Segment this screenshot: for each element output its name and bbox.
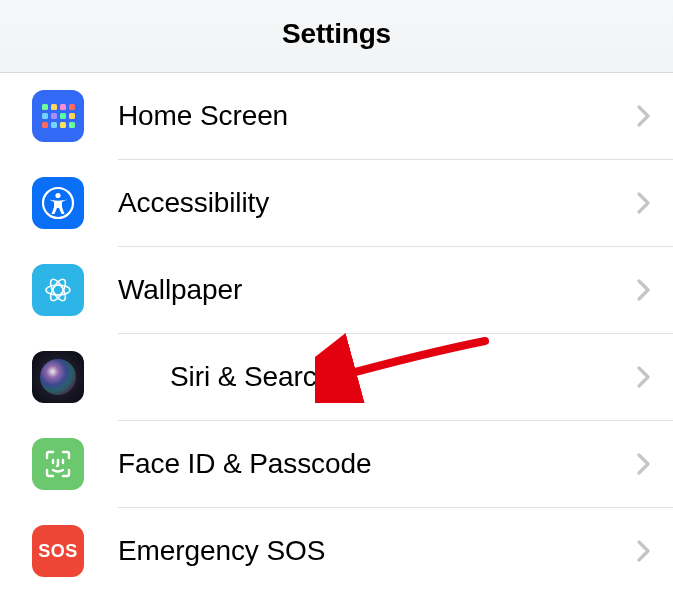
settings-row-faceid-passcode[interactable]: Face ID & Passcode bbox=[118, 421, 673, 508]
accessibility-icon bbox=[32, 177, 84, 229]
row-label: Home Screen bbox=[118, 100, 288, 132]
chevron-right-icon bbox=[637, 279, 651, 301]
settings-row-siri-search[interactable]: Siri & Search bbox=[118, 334, 673, 421]
chevron-right-icon bbox=[637, 192, 651, 214]
page-title: Settings bbox=[0, 18, 673, 50]
wallpaper-icon bbox=[32, 264, 84, 316]
chevron-right-icon bbox=[637, 105, 651, 127]
chevron-right-icon bbox=[637, 366, 651, 388]
row-label: Accessibility bbox=[118, 187, 269, 219]
settings-row-accessibility[interactable]: Accessibility bbox=[118, 160, 673, 247]
row-label: Emergency SOS bbox=[118, 535, 325, 567]
faceid-icon bbox=[32, 438, 84, 490]
svg-point-1 bbox=[55, 193, 60, 198]
row-label: Siri & Search bbox=[170, 361, 332, 393]
siri-icon bbox=[32, 351, 84, 403]
settings-row-emergency-sos[interactable]: SOS Emergency SOS bbox=[118, 508, 673, 594]
settings-row-wallpaper[interactable]: Wallpaper bbox=[118, 247, 673, 334]
chevron-right-icon bbox=[637, 540, 651, 562]
settings-row-home-screen[interactable]: Home Screen bbox=[118, 73, 673, 160]
row-label: Wallpaper bbox=[118, 274, 242, 306]
sos-icon-text: SOS bbox=[38, 541, 78, 562]
svg-point-3 bbox=[46, 285, 70, 295]
settings-list: Home Screen Accessibility bbox=[0, 73, 673, 594]
chevron-right-icon bbox=[637, 453, 651, 475]
sos-icon: SOS bbox=[32, 525, 84, 577]
settings-header: Settings bbox=[0, 0, 673, 73]
home-screen-icon bbox=[32, 90, 84, 142]
row-label: Face ID & Passcode bbox=[118, 448, 371, 480]
